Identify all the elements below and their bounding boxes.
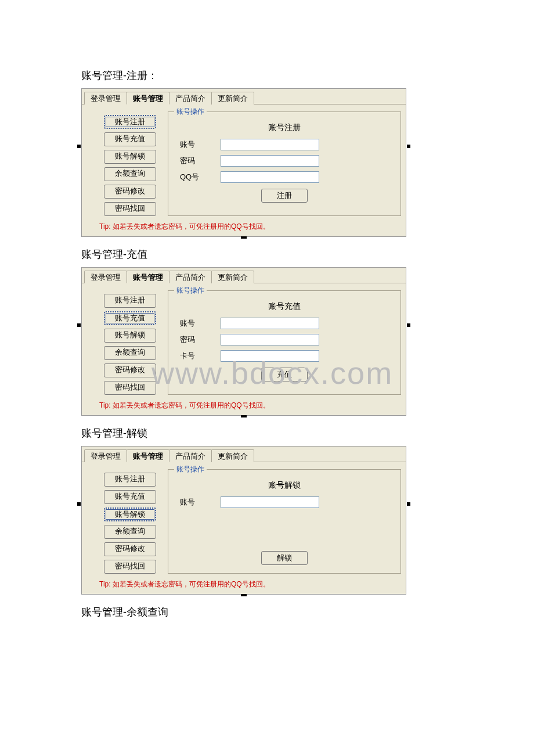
submit-register[interactable]: 注册 (261, 189, 308, 203)
tabs-row: 登录管理 账号管理 产品简介 更新简介 (82, 89, 406, 105)
tab-update-intro[interactable]: 更新简介 (211, 271, 254, 283)
side-btn-balance[interactable]: 余额查询 (104, 167, 156, 181)
input-account[interactable] (221, 139, 319, 150)
app-panel-register: 登录管理 账号管理 产品简介 更新简介 账号注册 账号充值 账号解锁 余额查询 … (81, 88, 406, 237)
crop-mark (407, 502, 410, 506)
label-account: 账号 (180, 497, 209, 507)
side-btn-register[interactable]: 账号注册 (104, 115, 156, 129)
tabs-row: 登录管理 账号管理 产品简介 更新简介 (82, 447, 406, 462)
submit-unlock[interactable]: 解锁 (261, 551, 308, 565)
crop-mark (77, 323, 81, 327)
side-btn-unlock[interactable]: 账号解锁 (104, 329, 156, 343)
label-qq: QQ号 (180, 172, 209, 182)
tab-account-mgmt[interactable]: 账号管理 (127, 449, 169, 462)
tab-product-intro[interactable]: 产品简介 (169, 271, 212, 283)
form-title: 账号解锁 (180, 480, 389, 491)
label-password: 密码 (180, 156, 209, 166)
input-qq[interactable] (221, 171, 319, 183)
side-btn-pwd-recover[interactable]: 密码找回 (104, 202, 156, 216)
label-account: 账号 (180, 318, 209, 329)
tab-account-mgmt[interactable]: 账号管理 (127, 92, 169, 105)
tab-product-intro[interactable]: 产品简介 (169, 449, 212, 462)
form-title: 账号充值 (180, 301, 389, 312)
side-btn-balance[interactable]: 余额查询 (104, 346, 156, 360)
side-btn-register[interactable]: 账号注册 (104, 294, 156, 308)
section-title-balance: 账号管理-余额查询 (81, 605, 453, 619)
group-legend: 账号操作 (174, 465, 207, 474)
tabs-row: 登录管理 账号管理 产品简介 更新简介 (82, 268, 406, 283)
group-legend: 账号操作 (174, 107, 207, 117)
group-legend: 账号操作 (174, 286, 207, 296)
section-title-unlock: 账号管理-解锁 (81, 426, 453, 440)
side-btn-unlock[interactable]: 账号解锁 (104, 507, 156, 521)
tab-login-mgmt[interactable]: 登录管理 (84, 271, 127, 283)
side-btn-balance[interactable]: 余额查询 (104, 525, 156, 539)
tab-login-mgmt[interactable]: 登录管理 (84, 92, 127, 105)
form-title: 账号注册 (180, 123, 389, 133)
section-title-recharge: 账号管理-充值 (81, 247, 453, 261)
side-btn-pwd-recover[interactable]: 密码找回 (104, 560, 156, 574)
side-btn-recharge[interactable]: 账号充值 (104, 132, 156, 146)
crop-mark (407, 145, 410, 148)
app-panel-recharge: www.bdocx.com 登录管理 账号管理 产品简介 更新简介 账号注册 账… (81, 267, 406, 416)
side-btn-pwd-recover[interactable]: 密码找回 (104, 381, 156, 395)
input-account[interactable] (221, 496, 319, 508)
label-account: 账号 (180, 139, 209, 150)
input-card[interactable] (221, 350, 319, 362)
tab-login-mgmt[interactable]: 登录管理 (84, 449, 127, 462)
groupbox-account-op: 账号操作 账号充值 账号 密码 卡号 充值 (168, 290, 401, 395)
tip-row: Tip: 如若丢失或者遗忘密码，可凭注册用的QQ号找回。 (82, 398, 406, 415)
crop-mark (241, 415, 247, 417)
side-buttons: 账号注册 账号充值 账号解锁 余额查询 密码修改 密码找回 (86, 109, 162, 216)
label-password: 密码 (180, 334, 209, 345)
input-password[interactable] (221, 155, 319, 167)
crop-mark (241, 236, 247, 239)
side-btn-pwd-modify[interactable]: 密码修改 (104, 185, 156, 199)
side-buttons: 账号注册 账号充值 账号解锁 余额查询 密码修改 密码找回 (86, 467, 162, 574)
side-btn-unlock[interactable]: 账号解锁 (104, 150, 156, 164)
crop-mark (241, 594, 247, 596)
input-account[interactable] (221, 318, 319, 329)
tab-account-mgmt[interactable]: 账号管理 (127, 271, 169, 283)
side-btn-recharge[interactable]: 账号充值 (104, 490, 156, 504)
tab-update-intro[interactable]: 更新简介 (211, 92, 254, 105)
side-buttons: 账号注册 账号充值 账号解锁 余额查询 密码修改 密码找回 (86, 288, 162, 395)
crop-mark (407, 323, 410, 327)
app-panel-unlock: 登录管理 账号管理 产品简介 更新简介 账号注册 账号充值 账号解锁 余额查询 … (81, 446, 406, 595)
submit-recharge[interactable]: 充值 (261, 368, 308, 381)
side-btn-pwd-modify[interactable]: 密码修改 (104, 542, 156, 556)
tab-update-intro[interactable]: 更新简介 (211, 449, 254, 462)
groupbox-account-op: 账号操作 账号注册 账号 密码 QQ号 注册 (168, 111, 401, 216)
label-card: 卡号 (180, 351, 209, 361)
tip-row: Tip: 如若丢失或者遗忘密码，可凭注册用的QQ号找回。 (82, 219, 406, 236)
side-btn-register[interactable]: 账号注册 (104, 473, 156, 487)
crop-mark (77, 145, 81, 148)
tab-product-intro[interactable]: 产品简介 (169, 92, 212, 105)
section-title-register: 账号管理-注册： (81, 69, 453, 82)
groupbox-account-op: 账号操作 账号解锁 账号 解锁 (168, 469, 401, 574)
tip-row: Tip: 如若丢失或者遗忘密码，可凭注册用的QQ号找回。 (82, 577, 406, 594)
side-btn-recharge[interactable]: 账号充值 (104, 311, 156, 325)
crop-mark (77, 502, 81, 506)
input-password[interactable] (221, 334, 319, 345)
side-btn-pwd-modify[interactable]: 密码修改 (104, 363, 156, 377)
